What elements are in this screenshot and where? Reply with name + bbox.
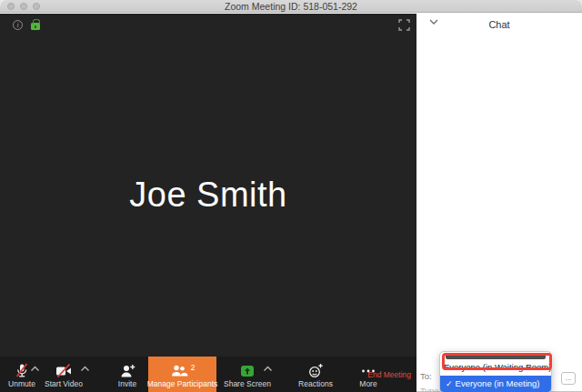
reactions-button[interactable]: Reactions (293, 357, 338, 392)
meeting-info-icon[interactable]: i (13, 20, 23, 30)
menu-item-everyone-meeting[interactable]: ✓Everyone (in Meeting) (440, 376, 551, 392)
microphone-muted-icon (14, 363, 30, 378)
reactions-smiley-icon (307, 363, 324, 378)
to-label: To: (420, 371, 432, 381)
chat-title: Chat (416, 19, 582, 30)
unmute-label: Unmute (8, 379, 35, 388)
share-screen-button[interactable]: Share Screen (222, 357, 273, 392)
share-screen-label: Share Screen (224, 379, 271, 388)
start-video-button[interactable]: Start Video (42, 357, 85, 392)
video-area: i Joe Smith Unmute (0, 14, 416, 392)
fullscreen-icon[interactable] (398, 19, 410, 31)
share-options-chevron-up-icon[interactable] (263, 364, 276, 373)
reactions-label: Reactions (298, 379, 333, 388)
invite-person-icon (119, 363, 135, 378)
recipient-dropdown-menu: Everyone (in Waiting Room) ✓Everyone (in… (439, 351, 552, 392)
invite-label: Invite (118, 379, 136, 388)
checkmark-icon: ✓ (446, 379, 453, 388)
zoom-meeting-window: Zoom Meeting ID: 518-051-292 i Joe Smith (0, 0, 582, 392)
menu-item-everyone-waiting-room[interactable]: Everyone (in Waiting Room) (440, 359, 551, 376)
audio-options-chevron-up-icon[interactable] (30, 364, 43, 373)
meeting-toolbar: Unmute Start Video (0, 357, 416, 392)
participants-icon: 2 (170, 363, 196, 378)
share-screen-icon (241, 363, 254, 378)
camera-off-icon (55, 363, 73, 378)
manage-participants-button[interactable]: 2 Manage Participants (148, 357, 216, 392)
menu-item-label: Everyone (in Meeting) (456, 378, 540, 388)
start-video-label: Start Video (45, 379, 83, 388)
participant-name: Joe Smith (0, 176, 416, 215)
encryption-lock-icon (31, 23, 40, 30)
chat-more-options-icon[interactable]: ... (561, 372, 576, 385)
video-options-chevron-up-icon[interactable] (80, 364, 93, 373)
titlebar: Zoom Meeting ID: 518-051-292 (0, 0, 582, 13)
window-title: Zoom Meeting ID: 518-051-292 (0, 1, 582, 12)
end-meeting-button[interactable]: End Meeting (367, 370, 411, 379)
more-label: More (359, 379, 376, 388)
chat-header: Chat (416, 14, 582, 39)
invite-button[interactable]: Invite (105, 357, 149, 392)
manage-participants-label: Manage Participants (147, 379, 218, 388)
chat-panel: Chat To: Type message here... ... (416, 14, 582, 392)
participants-count-badge: 2 (191, 363, 196, 372)
unmute-button[interactable]: Unmute (4, 357, 40, 392)
